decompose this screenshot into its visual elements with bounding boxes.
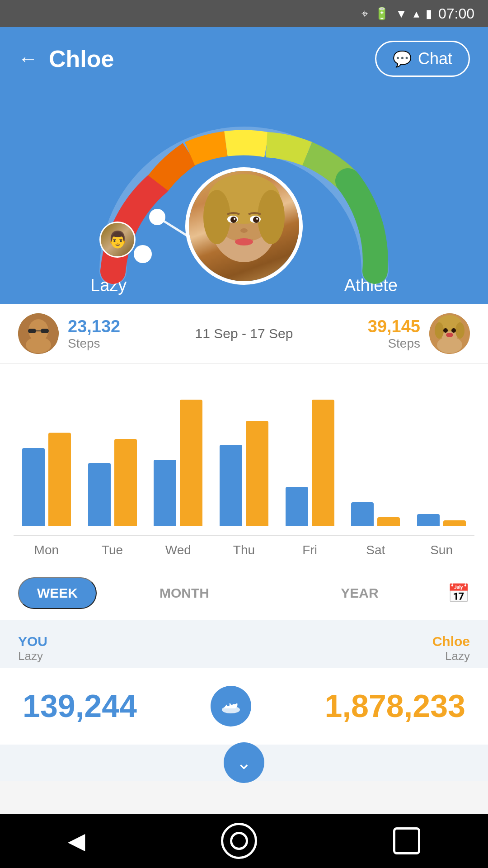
svg-point-25 bbox=[435, 322, 444, 339]
home-nav-button[interactable] bbox=[221, 823, 257, 859]
chloe-comparison: 39,145 Steps bbox=[329, 313, 470, 354]
you-bar-sun bbox=[417, 514, 440, 526]
gauge-wrapper: 👨 bbox=[72, 95, 416, 285]
chart-section: MonTueWedThuFriSatSun bbox=[0, 363, 488, 566]
home-circle-icon bbox=[230, 832, 248, 850]
back-nav-button[interactable]: ◀ bbox=[68, 828, 85, 854]
svg-point-33 bbox=[230, 702, 233, 705]
status-bar: ⌖ 🔋 ▼ ▴ ▮ 07:00 bbox=[0, 0, 488, 27]
you-column: YOU Lazy bbox=[18, 634, 47, 663]
week-tab[interactable]: WEEK bbox=[18, 577, 97, 609]
svg-point-32 bbox=[227, 703, 230, 706]
svg-point-12 bbox=[234, 218, 235, 220]
status-icons: ⌖ 🔋 ▼ ▴ ▮ 07:00 bbox=[361, 5, 474, 22]
svg-point-6 bbox=[203, 190, 230, 244]
period-tabs: WEEK MONTH YEAR 📅 bbox=[0, 566, 488, 620]
stats-section: YOU Lazy Chloe Lazy 139,244 1,878,233 bbox=[0, 620, 488, 745]
svg-point-29 bbox=[446, 333, 453, 337]
chloe-bar-tue bbox=[114, 439, 137, 526]
svg-point-14 bbox=[240, 228, 248, 233]
svg-point-7 bbox=[258, 190, 285, 244]
you-bar-tue bbox=[88, 463, 111, 526]
bar-group-thu bbox=[220, 421, 268, 526]
chloe-avatar bbox=[429, 313, 470, 354]
header: ← Chloe 💬 Chat bbox=[0, 27, 488, 90]
bar-group-sun bbox=[417, 514, 466, 526]
svg-point-21 bbox=[26, 337, 51, 353]
svg-rect-19 bbox=[41, 329, 49, 333]
chloe-bar-thu bbox=[246, 421, 268, 526]
bar-group-mon bbox=[22, 433, 71, 526]
svg-point-26 bbox=[455, 322, 465, 339]
bar-labels: MonTueWedThuFriSatSun bbox=[14, 535, 474, 557]
vibrate-icon: 🔋 bbox=[375, 7, 389, 21]
comparison-row: 23,132 Steps 11 Sep - 17 Sep 39,145 Step… bbox=[0, 304, 488, 363]
chloe-column: Chloe Lazy bbox=[432, 634, 470, 663]
bottom-partial: ⌄ bbox=[0, 745, 488, 781]
svg-point-11 bbox=[253, 217, 259, 223]
chat-icon: 💬 bbox=[393, 50, 412, 68]
bar-day-label-thu: Thu bbox=[217, 543, 271, 557]
bar-group-fri bbox=[286, 400, 334, 526]
you-avatar bbox=[18, 313, 59, 354]
svg-point-28 bbox=[451, 328, 456, 333]
bar-group-sat bbox=[351, 502, 400, 526]
header-left: ← Chloe bbox=[18, 45, 114, 72]
svg-point-27 bbox=[443, 328, 448, 333]
gauge-section: 👨 bbox=[0, 90, 488, 304]
steps-icon-center bbox=[211, 686, 251, 726]
recent-nav-button[interactable] bbox=[393, 827, 420, 854]
svg-rect-18 bbox=[28, 329, 36, 333]
svg-point-2 bbox=[149, 209, 165, 225]
svg-point-15 bbox=[235, 238, 253, 245]
you-total-steps: 139,244 bbox=[23, 688, 137, 724]
you-bar-wed bbox=[154, 460, 176, 526]
chloe-steps: 39,145 Steps bbox=[368, 317, 420, 351]
chloe-total-steps: 1,878,233 bbox=[325, 688, 465, 724]
chloe-stats-label: Chloe bbox=[432, 634, 470, 649]
more-icon[interactable]: ⌄ bbox=[224, 742, 264, 783]
calendar-icon[interactable]: 📅 bbox=[447, 583, 470, 604]
bar-group-wed bbox=[154, 400, 202, 526]
bluetooth-icon: ⌖ bbox=[361, 7, 368, 21]
chloe-stats-sublabel: Lazy bbox=[445, 649, 470, 663]
you-bar-sat bbox=[351, 502, 374, 526]
you-steps-count: 23,132 bbox=[68, 317, 120, 336]
chloe-bar-fri bbox=[312, 400, 334, 526]
chloe-avatar-image bbox=[189, 171, 299, 281]
you-mini-avatar: 👨 bbox=[99, 222, 136, 258]
chloe-steps-count: 39,145 bbox=[368, 317, 420, 336]
chloe-steps-label: Steps bbox=[388, 336, 420, 351]
battery-icon: ▮ bbox=[426, 7, 432, 21]
you-steps: 23,132 Steps bbox=[68, 317, 120, 351]
signal-icon: ▴ bbox=[413, 7, 419, 21]
stats-header: YOU Lazy Chloe Lazy bbox=[0, 620, 488, 668]
date-range: 11 Sep - 17 Sep bbox=[160, 326, 329, 341]
bar-day-label-tue: Tue bbox=[85, 543, 140, 557]
stats-numbers: 139,244 1,878,233 bbox=[0, 668, 488, 745]
status-time: 07:00 bbox=[438, 5, 474, 22]
bar-day-label-mon: Mon bbox=[19, 543, 74, 557]
svg-point-1 bbox=[134, 245, 152, 263]
chloe-bar-mon bbox=[48, 433, 71, 526]
chloe-avatar-image bbox=[429, 313, 470, 354]
year-tab[interactable]: YEAR bbox=[272, 578, 447, 608]
bar-day-label-sat: Sat bbox=[348, 543, 403, 557]
you-comparison: 23,132 Steps bbox=[18, 313, 160, 354]
month-tab[interactable]: MONTH bbox=[97, 578, 272, 608]
bar-day-label-fri: Fri bbox=[283, 543, 337, 557]
bar-group-tue bbox=[88, 439, 137, 526]
chat-button[interactable]: 💬 Chat bbox=[375, 41, 470, 77]
chat-button-label: Chat bbox=[418, 49, 452, 68]
bottom-nav: ◀ bbox=[0, 814, 488, 868]
chloe-profile-circle bbox=[185, 167, 303, 285]
you-bar-thu bbox=[220, 445, 242, 526]
wifi-icon: ▼ bbox=[395, 7, 407, 21]
svg-point-10 bbox=[230, 217, 237, 223]
back-button[interactable]: ← bbox=[18, 47, 38, 70]
bar-chart bbox=[14, 382, 474, 526]
svg-point-30 bbox=[437, 337, 462, 353]
you-sublabel: Lazy bbox=[18, 649, 47, 663]
svg-point-13 bbox=[256, 218, 258, 220]
chloe-bar-sat bbox=[377, 517, 400, 526]
